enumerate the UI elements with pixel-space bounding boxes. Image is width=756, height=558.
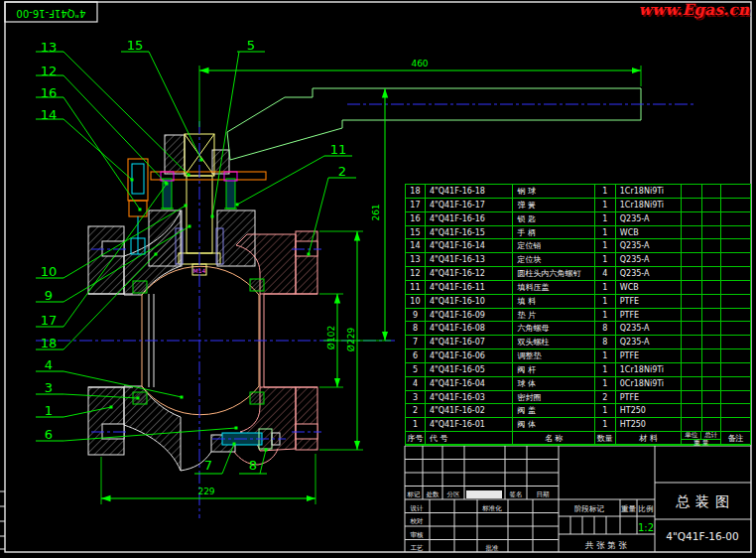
table-cell xyxy=(682,309,702,323)
table-row: 44"Q41F-16-04球 体10Cr18Ni9Ti xyxy=(406,377,750,391)
balloon-number: 10 xyxy=(41,264,58,279)
table-cell xyxy=(721,253,750,267)
table-cell: 3 xyxy=(406,391,426,405)
table-cell: 4"Q41F-16-10 xyxy=(426,295,513,309)
redacted-box xyxy=(466,490,502,498)
table-cell xyxy=(682,336,702,349)
dim-102: Ø102 xyxy=(326,326,336,349)
balloon-number: 11 xyxy=(330,142,347,157)
table-cell: 12 xyxy=(406,267,426,281)
table-cell: 9 xyxy=(406,309,426,323)
dim-229f: Ø229 xyxy=(346,328,356,352)
header-unit: 单位 xyxy=(682,432,701,439)
table-cell: 阀 杆 xyxy=(513,363,595,377)
table-cell xyxy=(721,239,750,253)
table-row: 134"Q41F-16-13定位块1Q235-A xyxy=(406,253,750,267)
table-cell: 4"Q41F-16-17 xyxy=(426,199,513,212)
table-cell: Q235-A xyxy=(616,212,683,226)
label-signature: 签名 xyxy=(510,490,523,498)
table-cell xyxy=(702,212,721,226)
table-cell: Q235-A xyxy=(616,253,683,267)
table-cell xyxy=(721,404,750,418)
table-cell xyxy=(702,199,721,212)
header-no: 序号 xyxy=(406,432,426,446)
table-cell: 4"Q41F-16-15 xyxy=(426,226,513,240)
locating-pin xyxy=(131,164,145,254)
table-cell: 18 xyxy=(406,185,426,199)
table-cell: 弹 簧 xyxy=(513,199,595,212)
parts-table: 序号 代 号 名 称 数量 材 料 单位 总计 重 量 备注 184"Q41F-… xyxy=(405,184,751,445)
balloon-number: 14 xyxy=(41,107,58,122)
table-cell xyxy=(702,267,721,281)
balloon-11: 11 xyxy=(236,142,353,207)
table-cell xyxy=(682,185,702,199)
table-row: 64"Q41F-16-06调整垫1PTFE xyxy=(406,349,750,363)
table-cell xyxy=(721,199,750,212)
table-cell: HT250 xyxy=(616,404,683,418)
balloon-number: 16 xyxy=(41,85,58,100)
table-cell xyxy=(702,295,721,309)
scale-value: 1:2 xyxy=(638,522,654,533)
table-cell: WCB xyxy=(616,226,683,240)
table-cell xyxy=(702,185,721,199)
table-cell xyxy=(682,363,702,377)
table-cell: 1 xyxy=(595,185,616,199)
table-cell: 钢 球 xyxy=(513,185,595,199)
table-cell: 1Cr18Ni9Ti xyxy=(616,363,683,377)
table-cell: 1 xyxy=(406,418,426,432)
table-cell xyxy=(721,267,750,281)
table-row: 124"Q41F-16-12圆柱头内六角螺钉4Q235-A xyxy=(406,267,750,281)
table-row: 54"Q41F-16-05阀 杆11Cr18Ni9Ti xyxy=(406,363,750,377)
table-cell: 8 xyxy=(406,322,426,336)
table-cell xyxy=(702,363,721,377)
table-cell: 垫 片 xyxy=(513,309,595,323)
table-cell xyxy=(702,404,721,418)
table-cell: 1Cr18Ni9Ti xyxy=(616,199,683,212)
table-cell xyxy=(702,239,721,253)
balloon-number: 7 xyxy=(204,458,212,473)
table-row: 174"Q41F-16-17弹 簧11Cr18Ni9Ti xyxy=(406,199,750,212)
table-cell: 5 xyxy=(406,363,426,377)
balloon-number: 2 xyxy=(338,164,346,179)
table-cell: 1Cr18Ni9Ti xyxy=(616,185,683,199)
table-cell xyxy=(721,363,750,377)
table-row: 24"Q41F-16-02阀 盖1HT250 xyxy=(406,404,750,418)
table-cell: 4"Q41F-16-07 xyxy=(426,336,513,349)
table-cell xyxy=(721,309,750,323)
balloon-number: 15 xyxy=(127,38,144,53)
balloon-number: 6 xyxy=(45,427,53,442)
table-cell: 双头螺柱 xyxy=(513,336,595,349)
header-code: 代 号 xyxy=(426,432,514,446)
label-mark: 标记 xyxy=(407,490,422,498)
header-qty: 数量 xyxy=(595,432,616,446)
table-cell: 4"Q41F-16-11 xyxy=(426,281,513,295)
dim-460: 460 xyxy=(411,59,428,69)
table-cell xyxy=(721,377,750,391)
table-cell: WCB xyxy=(616,281,683,295)
table-cell xyxy=(682,281,702,295)
table-cell: PTFE xyxy=(616,309,683,323)
table-cell: 4"Q41F-16-13 xyxy=(426,253,513,267)
table-cell: 14 xyxy=(406,239,426,253)
table-cell: 4 xyxy=(595,267,616,281)
table-row: 94"Q41F-16-09垫 片1PTFE xyxy=(406,309,750,323)
table-cell: 圆柱头内六角螺钉 xyxy=(513,267,595,281)
locating-plate xyxy=(128,159,266,216)
table-cell: 15 xyxy=(406,226,426,240)
table-cell xyxy=(721,212,750,226)
balloon-number: 3 xyxy=(45,380,53,395)
table-cell: 4"Q41F-16-18 xyxy=(426,185,513,199)
table-cell: 1 xyxy=(595,199,616,212)
table-cell xyxy=(702,418,721,432)
cad-sheet: 4"Q41F-16-00 www.Egas.cn www.Egas.cn xyxy=(0,0,756,558)
header-remarks: 备注 xyxy=(721,432,750,446)
label-review: 审核 xyxy=(411,531,425,539)
sheet-note: 共 张 第 张 xyxy=(584,540,628,550)
seat-rings xyxy=(133,279,264,404)
table-row: 184"Q41F-16-18钢 球11Cr18Ni9Ti xyxy=(406,185,750,199)
table-row: 154"Q41F-16-15手 柄1WCB xyxy=(406,226,750,240)
table-cell: 7 xyxy=(406,336,426,349)
table-cell: 1 xyxy=(595,377,616,391)
table-cell: PTFE xyxy=(616,391,683,405)
table-cell xyxy=(721,281,750,295)
